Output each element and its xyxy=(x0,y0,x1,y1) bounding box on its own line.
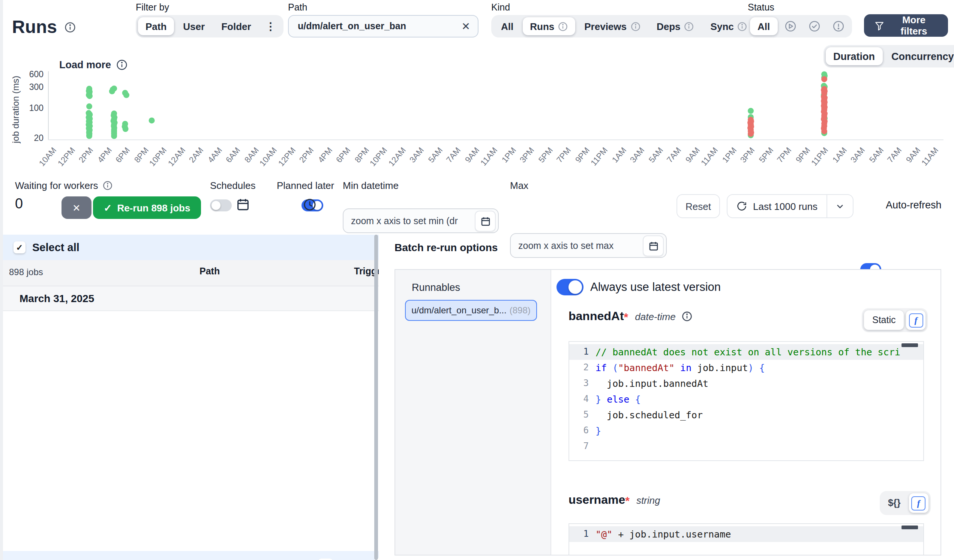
filter-by-segments: Path User Folder ⋮ xyxy=(136,15,284,37)
data-point-success xyxy=(87,127,93,133)
filter-folder-button[interactable]: Folder xyxy=(214,17,258,35)
status-success-button[interactable] xyxy=(803,17,825,35)
data-point-failure xyxy=(822,110,828,117)
data-point-failure xyxy=(747,125,753,131)
more-filters-button[interactable]: More filters xyxy=(864,14,948,37)
reset-label: Reset xyxy=(686,201,711,212)
path-filter-input[interactable]: u/dm/alert_on_user_ban ✕ xyxy=(288,15,479,37)
clear-path-icon[interactable]: ✕ xyxy=(460,20,472,32)
select-all-row[interactable]: ✓ Select all xyxy=(3,235,379,260)
data-point-success xyxy=(86,86,92,92)
info-icon[interactable] xyxy=(64,21,76,33)
static-mode-button[interactable]: Static xyxy=(864,310,904,330)
data-point-success xyxy=(86,92,92,98)
status-running-button[interactable] xyxy=(779,17,801,35)
status-filter-group: Status All xyxy=(748,2,852,37)
data-point-failure xyxy=(821,116,827,122)
kind-runs-button[interactable]: Runs xyxy=(522,17,575,35)
jobs-count: 898 jobs xyxy=(9,267,43,277)
check-circle-icon xyxy=(808,20,820,32)
select-all-checkbox[interactable]: ✓ xyxy=(14,241,25,254)
kind-deps-button[interactable]: Deps xyxy=(649,17,701,35)
always-latest-toggle[interactable] xyxy=(556,279,583,296)
status-all-button[interactable]: All xyxy=(750,17,777,35)
code-line: 1// bannedAt does not exist on all versi… xyxy=(569,344,923,360)
javascript-mode-button[interactable]: f xyxy=(909,493,928,513)
data-point-success xyxy=(111,116,117,122)
status-failure-button[interactable] xyxy=(827,17,850,35)
waiting-for-workers: Waiting for workers xyxy=(15,180,112,191)
data-point-success xyxy=(86,117,92,123)
last-runs-dropdown[interactable] xyxy=(826,195,853,218)
editor-scrollbar[interactable] xyxy=(901,343,918,347)
data-point-success xyxy=(87,115,93,121)
data-point-success xyxy=(87,123,93,129)
code-text: } else { xyxy=(595,391,641,407)
concurrency-tab[interactable]: Concurrency xyxy=(884,47,954,65)
job-row[interactable]: ✓✓Started 31/03, 23:06 (Ran in 0.06s)u/d… xyxy=(3,551,379,560)
info-icon xyxy=(630,21,640,31)
data-point-success xyxy=(821,92,827,98)
data-point-success xyxy=(110,87,116,93)
runnable-item[interactable]: u/dm/alert_on_user_b... (898) xyxy=(405,300,537,321)
template-mode-button[interactable]: ${} xyxy=(882,498,906,508)
last-runs-button[interactable]: Last 1000 runs xyxy=(728,195,826,218)
path-filter: Path u/dm/alert_on_user_ban ✕ xyxy=(288,2,479,37)
load-more[interactable]: Load more xyxy=(59,59,128,70)
data-point-failure xyxy=(748,126,754,132)
duration-tab[interactable]: Duration xyxy=(826,47,882,65)
left-edge-strip xyxy=(0,0,3,560)
data-point-failure xyxy=(821,123,827,129)
data-point-success xyxy=(111,121,117,127)
code-line: 1"@" + job.input.username xyxy=(569,526,923,542)
schedules-toggle[interactable] xyxy=(210,199,232,212)
field-name: bannedAt xyxy=(569,310,624,323)
kind-all-button[interactable]: All xyxy=(494,17,521,35)
kebab-menu-icon[interactable]: ⋮ xyxy=(260,17,281,35)
rerun-jobs-button[interactable]: ✓ Re-run 898 jobs xyxy=(93,196,201,219)
kind-previews-button[interactable]: Previews xyxy=(577,17,648,35)
chevron-down-icon xyxy=(835,201,845,212)
kind-sync-button[interactable]: Sync xyxy=(703,17,755,35)
panel-scrollbar[interactable] xyxy=(940,321,941,471)
calendar-icon xyxy=(235,197,251,212)
data-point-success xyxy=(111,125,117,131)
info-icon xyxy=(737,21,747,31)
cancel-selection-button[interactable]: ✕ xyxy=(61,196,92,219)
reset-button[interactable]: Reset xyxy=(677,194,720,218)
bannedat-mode-toggle: Static f xyxy=(862,308,928,332)
path-filter-label: Path xyxy=(288,2,479,13)
min-datetime-calendar-button[interactable] xyxy=(475,211,496,232)
data-point-success xyxy=(822,115,828,121)
data-point-success xyxy=(112,120,118,126)
refresh-icon xyxy=(736,201,747,212)
line-number: 3 xyxy=(569,376,595,391)
max-datetime-input[interactable]: zoom x axis to set max xyxy=(510,233,667,258)
job-list-scrollbar[interactable] xyxy=(374,235,378,560)
last-runs-label: Last 1000 runs xyxy=(753,201,817,212)
auto-refresh-label: Auto-refresh xyxy=(886,199,942,211)
row-filter-button[interactable] xyxy=(317,558,334,560)
filter-by-group: Filter by Path User Folder ⋮ xyxy=(136,2,284,37)
data-point-success xyxy=(149,117,155,123)
data-point-failure xyxy=(821,98,827,104)
runnable-count: (898) xyxy=(510,305,531,316)
data-point-success xyxy=(123,126,129,132)
data-point-success xyxy=(86,131,92,137)
filter-user-button[interactable]: User xyxy=(176,17,212,35)
line-number: 1 xyxy=(569,344,595,360)
check-icon: ✓ xyxy=(104,202,112,213)
max-datetime-calendar-button[interactable] xyxy=(643,235,664,257)
filter-path-button[interactable]: Path xyxy=(138,17,174,35)
data-point-success xyxy=(748,132,754,138)
min-datetime-input[interactable]: zoom x axis to set min (dr xyxy=(343,208,499,233)
bannedat-code-editor[interactable]: 1// bannedAt does not exist on all versi… xyxy=(569,341,924,461)
javascript-mode-button[interactable]: f xyxy=(906,310,926,330)
data-point-success xyxy=(111,86,117,92)
load-more-label: Load more xyxy=(59,59,111,70)
data-point-success xyxy=(111,127,117,133)
required-mark: * xyxy=(625,494,630,506)
username-code-editor[interactable]: 1"@" + job.input.username xyxy=(569,523,924,555)
editor-scrollbar[interactable] xyxy=(901,526,918,529)
kind-segments: All Runs Previews Deps Sync xyxy=(491,15,757,37)
